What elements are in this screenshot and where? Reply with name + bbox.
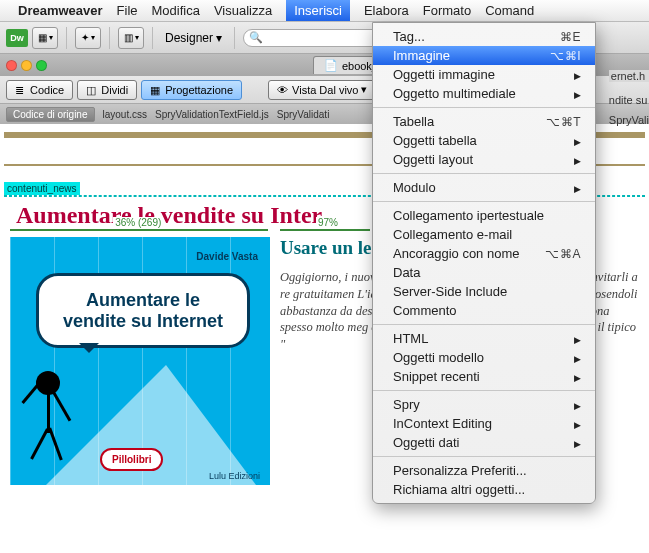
document-icon: 📄 (324, 59, 338, 72)
submenu-arrow-icon (566, 435, 581, 450)
submenu-arrow-icon (566, 331, 581, 346)
menu-shortcut: ⌥⌘T (546, 115, 581, 129)
view-progettazione-button[interactable]: ▦Progettazione (141, 80, 242, 100)
menu-modifica[interactable]: Modifica (152, 3, 200, 18)
menu-item-richiama-altri-oggetti[interactable]: Richiama altri oggetti... (373, 480, 595, 499)
submenu-arrow-icon (566, 133, 581, 148)
toolbar-layout-dropdown[interactable]: ▦ (32, 27, 58, 49)
menu-item-data[interactable]: Data (373, 263, 595, 282)
toolbar-separator (109, 27, 110, 49)
menu-item-oggetti-tabella[interactable]: Oggetti tabella (373, 131, 595, 150)
menu-item-label: Spry (393, 397, 420, 412)
view-dividi-button[interactable]: ◫Dividi (77, 80, 137, 100)
menu-separator (373, 201, 595, 202)
minimize-window-button[interactable] (21, 60, 32, 71)
stickman-illustration (10, 365, 72, 465)
toolbar-extend-dropdown[interactable]: ✦ (75, 27, 101, 49)
book-cover-image[interactable]: Davide Vasta Aumentare le vendite su Int… (10, 237, 270, 485)
menu-item-label: Data (393, 265, 420, 280)
menu-item-label: Modulo (393, 180, 436, 195)
close-window-button[interactable] (6, 60, 17, 71)
menu-item-oggetti-modello[interactable]: Oggetti modello (373, 348, 595, 367)
menu-item-label: Oggetti tabella (393, 133, 477, 148)
workspace-switcher[interactable]: Designer ▾ (161, 31, 226, 45)
zoom-window-button[interactable] (36, 60, 47, 71)
live-icon: 👁 (277, 84, 289, 96)
split-icon: ◫ (86, 84, 98, 96)
menu-item-label: Ancoraggio con nome (393, 246, 519, 261)
menu-elabora[interactable]: Elabora (364, 3, 409, 18)
menu-item-server-side-include[interactable]: Server-Side Include (373, 282, 595, 301)
toolbar-site-dropdown[interactable]: ▥ (118, 27, 144, 49)
submenu-arrow-icon (566, 350, 581, 365)
menu-item-tag[interactable]: Tag...⌘E (373, 27, 595, 46)
toolbar-separator (234, 27, 235, 49)
menu-comand[interactable]: Comand (485, 3, 534, 18)
truncated-right-panel: ernet.h ndite su SpryVali (609, 70, 649, 126)
element-tag-label: contenuti_news (4, 182, 80, 195)
dreamweaver-logo-icon: Dw (6, 29, 28, 47)
menu-item-oggetti-layout[interactable]: Oggetti layout (373, 150, 595, 169)
menu-item-incontext-editing[interactable]: InContext Editing (373, 414, 595, 433)
view-codice-button[interactable]: ≣Codice (6, 80, 73, 100)
menu-formato[interactable]: Formato (423, 3, 471, 18)
submenu-arrow-icon (566, 86, 581, 101)
menu-item-oggetto-multimediale[interactable]: Oggetto multimediale (373, 84, 595, 103)
menu-item-label: Immagine (393, 48, 450, 63)
menu-item-label: Personalizza Preferiti... (393, 463, 527, 478)
app-name[interactable]: Dreamweaver (18, 3, 103, 18)
menu-item-label: Oggetti dati (393, 435, 460, 450)
toolbar-separator (66, 27, 67, 49)
menu-item-label: Commento (393, 303, 457, 318)
cover-title-bubble: Aumentare le vendite su Internet (36, 273, 250, 348)
menu-item-label: Oggetto multimediale (393, 86, 516, 101)
code-icon: ≣ (15, 84, 27, 96)
menu-item-html[interactable]: HTML (373, 329, 595, 348)
system-menubar: Dreamweaver File Modifica Visualizza Ins… (0, 0, 649, 22)
pill-badge: Pillolibri (100, 448, 163, 471)
inserisci-dropdown-menu: Tag...⌘EImmagine⌥⌘IOggetti immagineOgget… (372, 22, 596, 504)
design-icon: ▦ (150, 84, 162, 96)
menu-item-label: Oggetti layout (393, 152, 473, 167)
related-file-tab[interactable]: SpryValidationTextField.js (155, 109, 269, 120)
related-file-tab[interactable]: layout.css (103, 109, 147, 120)
submenu-arrow-icon (566, 152, 581, 167)
menu-item-snippet-recenti[interactable]: Snippet recenti (373, 367, 595, 386)
submenu-arrow-icon (566, 416, 581, 431)
menu-separator (373, 324, 595, 325)
menu-item-oggetti-dati[interactable]: Oggetti dati (373, 433, 595, 452)
menu-item-spry[interactable]: Spry (373, 395, 595, 414)
menu-file[interactable]: File (117, 3, 138, 18)
menu-visualizza[interactable]: Visualizza (214, 3, 272, 18)
menu-separator (373, 456, 595, 457)
menu-shortcut: ⌥⌘I (550, 49, 581, 63)
menu-item-label: Tabella (393, 114, 434, 129)
menu-item-label: Collegamento e-mail (393, 227, 512, 242)
menu-item-label: HTML (393, 331, 428, 346)
submenu-arrow-icon (566, 397, 581, 412)
submenu-arrow-icon (566, 67, 581, 82)
menu-item-commento[interactable]: Commento (373, 301, 595, 320)
menu-item-label: Oggetti immagine (393, 67, 495, 82)
menu-item-tabella[interactable]: Tabella⌥⌘T (373, 112, 595, 131)
cover-author-text: Davide Vasta (196, 251, 258, 262)
source-code-tab[interactable]: Codice di origine (6, 107, 95, 122)
menu-item-label: Oggetti modello (393, 350, 484, 365)
view-live-button[interactable]: 👁Vista Dal vivo ▾ (268, 80, 376, 100)
menu-item-label: Collegamento ipertestuale (393, 208, 544, 223)
menu-separator (373, 390, 595, 391)
menu-item-ancoraggio-con-nome[interactable]: Ancoraggio con nome⌥⌘A (373, 244, 595, 263)
menu-item-modulo[interactable]: Modulo (373, 178, 595, 197)
menu-item-oggetti-immagine[interactable]: Oggetti immagine (373, 65, 595, 84)
related-file-tab[interactable]: SpryValidati (277, 109, 330, 120)
menu-item-collegamento-ipertestuale[interactable]: Collegamento ipertestuale (373, 206, 595, 225)
publisher-text: Lulu Edizioni (209, 471, 260, 481)
menu-inserisci[interactable]: Inserisci (286, 0, 350, 21)
menu-item-label: Richiama altri oggetti... (393, 482, 525, 497)
menu-shortcut: ⌘E (560, 30, 581, 44)
menu-item-collegamento-e-mail[interactable]: Collegamento e-mail (373, 225, 595, 244)
menu-item-personalizza-preferiti[interactable]: Personalizza Preferiti... (373, 461, 595, 480)
menu-shortcut: ⌥⌘A (545, 247, 581, 261)
menu-item-immagine[interactable]: Immagine⌥⌘I (373, 46, 595, 65)
menu-separator (373, 107, 595, 108)
